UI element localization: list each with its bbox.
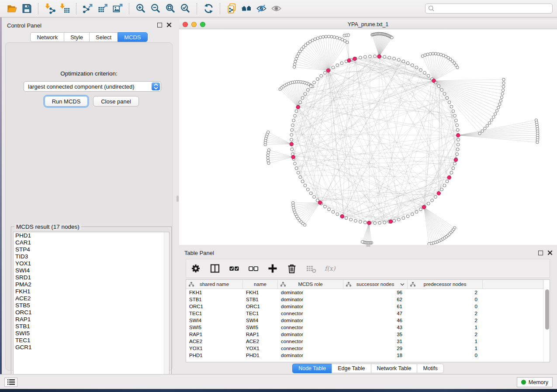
dominator-node[interactable]	[457, 134, 460, 137]
table-row[interactable]: FKH1FKH1dominator962	[186, 289, 543, 296]
close-panel-icon[interactable]	[166, 22, 172, 28]
dominator-node[interactable]	[422, 205, 426, 209]
result-node-item[interactable]: FKH1	[14, 288, 169, 295]
graph-node[interactable]	[290, 138, 293, 141]
column-header-successor-nodes[interactable]: successor nodes	[343, 280, 408, 289]
graph-node[interactable]	[402, 217, 405, 220]
graph-node[interactable]	[502, 89, 504, 92]
graph-node[interactable]	[402, 60, 405, 63]
graph-node[interactable]	[361, 241, 364, 243]
graph-node[interactable]	[456, 153, 459, 156]
graph-node[interactable]	[293, 63, 296, 65]
dominator-node[interactable]	[340, 215, 344, 218]
graph-node[interactable]	[267, 131, 270, 134]
graph-node[interactable]	[502, 82, 505, 84]
tab-edge-table[interactable]: Edge Table	[332, 364, 370, 373]
graph-node[interactable]	[267, 151, 270, 154]
graph-node[interactable]	[290, 133, 293, 136]
graph-node[interactable]	[452, 110, 455, 113]
graph-node[interactable]	[316, 37, 319, 39]
table-row[interactable]: PHD1PHD1dominator180	[186, 352, 543, 359]
tab-mcds[interactable]: MCDS	[118, 32, 147, 42]
result-node-item[interactable]: SWI4	[14, 267, 169, 274]
graph-node[interactable]	[457, 143, 460, 146]
graph-node[interactable]	[415, 66, 418, 69]
graph-node[interactable]	[456, 66, 459, 69]
graph-node[interactable]	[320, 74, 323, 77]
dominator-node[interactable]	[296, 105, 300, 109]
graph-node[interactable]	[495, 110, 498, 112]
tab-select[interactable]: Select	[89, 32, 118, 42]
table-row[interactable]: RAP1RAP1dominator352	[186, 331, 543, 338]
home-networks-button[interactable]	[239, 2, 254, 16]
graph-node[interactable]	[429, 52, 432, 55]
result-node-item[interactable]: ACE2	[14, 295, 169, 302]
table-row[interactable]: YOX1YOX1connector291	[186, 345, 543, 352]
graph-node[interactable]	[338, 37, 341, 40]
graph-node[interactable]	[301, 180, 304, 183]
graph-node[interactable]	[456, 128, 459, 131]
graph-node[interactable]	[291, 148, 294, 151]
graph-node[interactable]	[454, 119, 457, 122]
graph-node[interactable]	[295, 110, 298, 113]
graph-node[interactable]	[393, 57, 396, 60]
graph-node[interactable]	[363, 221, 367, 224]
graph-node[interactable]	[498, 103, 501, 105]
refresh-layout-button[interactable]	[201, 2, 216, 16]
dominator-node[interactable]	[377, 55, 381, 58]
result-node-item[interactable]: PHD1	[14, 232, 169, 239]
graph-node[interactable]	[419, 208, 422, 211]
graph-node[interactable]	[492, 116, 495, 118]
network-titlebar[interactable]: YPA_prune.txt_1	[179, 20, 557, 29]
dominator-node[interactable]	[326, 69, 330, 72]
result-node-item[interactable]: ORC1	[14, 309, 169, 316]
graph-node[interactable]	[319, 36, 322, 39]
graph-node[interactable]	[294, 60, 297, 63]
graph-node[interactable]	[502, 85, 505, 88]
graph-node[interactable]	[314, 38, 316, 40]
graph-node[interactable]	[457, 138, 460, 141]
graph-node[interactable]	[453, 162, 457, 165]
column-header-predecessor-nodes[interactable]: predecessor nodes	[408, 280, 483, 289]
graph-node[interactable]	[456, 124, 459, 127]
graph-node[interactable]	[488, 122, 491, 124]
hide-details-button[interactable]	[254, 2, 269, 16]
graph-node[interactable]	[330, 35, 333, 38]
graph-node[interactable]	[478, 132, 481, 134]
graph-node[interactable]	[499, 100, 502, 102]
result-node-item[interactable]: STB1	[14, 323, 169, 330]
result-node-item[interactable]: PMA2	[14, 281, 169, 288]
table-row[interactable]: STB1STB1dominator620	[186, 296, 543, 303]
search-input[interactable]	[425, 3, 553, 14]
graph-node[interactable]	[266, 154, 269, 156]
show-details-button[interactable]	[269, 2, 284, 16]
graph-node[interactable]	[446, 96, 449, 100]
table-row[interactable]: ORC1ORC1dominator610	[186, 303, 543, 310]
tab-network[interactable]: Network	[30, 32, 64, 42]
graph-node[interactable]	[397, 218, 400, 221]
zoom-in-button[interactable]	[133, 2, 148, 16]
export-network-button[interactable]	[80, 2, 95, 16]
criterion-select[interactable]: largest connected component (undirected)	[24, 81, 161, 92]
result-node-item[interactable]: TEC1	[14, 337, 169, 344]
graph-node[interactable]	[446, 180, 449, 183]
graph-node[interactable]	[297, 171, 300, 174]
result-node-item[interactable]: STB5	[14, 302, 169, 309]
graph-node[interactable]	[325, 35, 327, 38]
graph-node[interactable]	[359, 220, 362, 224]
graph-node[interactable]	[327, 35, 330, 38]
table-row[interactable]: ACE2ACE2connector311	[186, 338, 543, 345]
network-canvas[interactable]	[179, 29, 557, 245]
graph-node[interactable]	[497, 106, 500, 109]
graph-node[interactable]	[328, 208, 331, 211]
graph-node[interactable]	[434, 52, 437, 55]
mcds-result-list[interactable]: PHD1CAR1STP4TID3YOX1SWI4SRD1PMA2FKH1ACE2…	[13, 232, 170, 386]
column-header-name[interactable]: name	[243, 280, 278, 289]
save-session-button[interactable]	[19, 2, 34, 16]
delete-column-button[interactable]	[286, 263, 298, 275]
graph-node[interactable]	[316, 78, 319, 81]
graph-node[interactable]	[434, 196, 437, 199]
table-row[interactable]: TEC1TEC1connector472	[186, 310, 543, 317]
graph-node[interactable]	[501, 93, 504, 95]
graph-node[interactable]	[456, 148, 459, 151]
